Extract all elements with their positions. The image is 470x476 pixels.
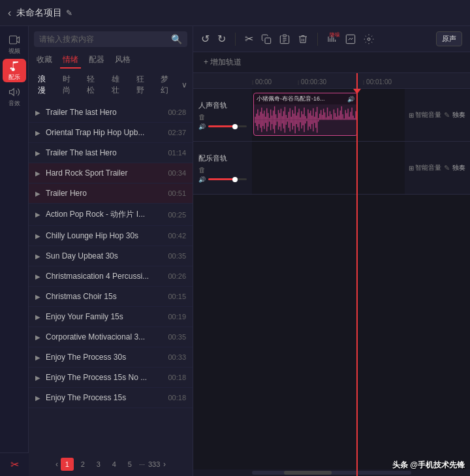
tab-favorites[interactable]: 收藏	[34, 52, 55, 69]
play-button[interactable]: ▶	[35, 109, 40, 116]
music-duration: 01:14	[168, 149, 186, 157]
music-title: Trailer Hero	[46, 189, 165, 198]
chart-button[interactable]	[345, 34, 356, 44]
music-duration: 00:42	[168, 232, 186, 240]
subtab-fashion[interactable]: 时尚	[59, 72, 80, 97]
scroll-thumb[interactable]	[284, 471, 332, 475]
music-list-item[interactable]: ▶ Enjoy Your Family 15s 00:19	[29, 307, 193, 327]
subtab-romantic[interactable]: 浪漫	[34, 72, 55, 97]
play-button[interactable]: ▶	[35, 313, 40, 321]
music-volume-icon[interactable]: 🔊	[198, 176, 206, 183]
play-button[interactable]: ▶	[35, 293, 40, 300]
voice-volume-slider[interactable]	[208, 125, 247, 127]
audio-bars-button[interactable]: 降噪	[327, 34, 337, 44]
music-list-item[interactable]: ▶ Chilly Lounge Hip Hop 30s 00:42	[29, 226, 193, 246]
page-333-button[interactable]: 333	[148, 458, 161, 471]
page-2-button[interactable]: 2	[76, 458, 89, 471]
sidebar-item-music[interactable]: 配乐	[3, 59, 26, 82]
page-1-button[interactable]: 1	[61, 458, 74, 471]
music-solo-btn[interactable]: 独奏	[452, 163, 465, 172]
copy-button[interactable]	[261, 34, 272, 44]
svg-rect-0	[9, 36, 16, 44]
tab-mood[interactable]: 情绪	[60, 52, 81, 69]
music-list-item[interactable]: ▶ Enjoy The Process 30s 00:33	[29, 347, 193, 368]
tab-style[interactable]: 风格	[112, 52, 133, 69]
page-5-button[interactable]: 5	[123, 458, 136, 471]
music-list-item[interactable]: ▶ Trailer The last Hero 00:28	[29, 103, 193, 123]
scissors-icon-area[interactable]: ✂	[0, 452, 29, 476]
play-button[interactable]: ▶	[35, 253, 40, 260]
music-list-item[interactable]: ▶ Christmas Choir 15s 00:15	[29, 287, 193, 307]
music-title: Trailer The last Hero	[46, 148, 165, 157]
page-prev-button[interactable]: ‹	[55, 460, 58, 469]
back-button[interactable]: ‹	[8, 7, 11, 19]
music-list-item[interactable]: ▶ Oriental Trap Hip Hop Upb... 02:37	[29, 123, 193, 143]
page-3-button[interactable]: 3	[92, 458, 105, 471]
subtab-more-icon[interactable]: ∨	[181, 80, 187, 89]
subtab-heroic[interactable]: 雄壮	[108, 72, 129, 97]
music-track-content[interactable]	[252, 142, 405, 194]
voice-track-content[interactable]: 小猪佩奇-布谷鸟配音-16... 🔊	[252, 89, 405, 141]
voice-slider-thumb[interactable]	[232, 124, 238, 129]
play-button[interactable]: ▶	[35, 150, 40, 157]
sidebar-item-video[interactable]: 视频	[3, 33, 26, 56]
cut-button[interactable]: ✂	[245, 33, 253, 45]
undo-button[interactable]: ↺	[201, 33, 210, 45]
scroll-track	[252, 471, 411, 475]
music-list-item[interactable]: ▶ Corporative Motivacional 3... 00:35	[29, 327, 193, 347]
delete-button[interactable]	[298, 34, 308, 44]
search-input[interactable]	[39, 35, 171, 44]
subtab-relaxed[interactable]: 轻松	[83, 72, 104, 97]
toolbar-separator-1	[235, 33, 236, 46]
music-list-item[interactable]: ▶ Enjoy The Process 15s No ... 00:18	[29, 368, 193, 388]
redo-button[interactable]: ↻	[217, 33, 226, 45]
play-button[interactable]: ▶	[35, 334, 40, 341]
music-duration: 00:25	[168, 211, 186, 219]
paste-button[interactable]	[279, 34, 290, 44]
music-list-item[interactable]: ▶ Christmasication 4 Percussi... 00:26	[29, 266, 193, 287]
voice-smart-volume-btn[interactable]: ⊞ 智能音量	[409, 110, 441, 119]
settings-button[interactable]	[364, 34, 374, 44]
voice-track-delete-icon[interactable]: 🗑	[198, 113, 206, 121]
add-track-button[interactable]: + 增加轨道	[204, 57, 242, 68]
music-slider-fill	[208, 178, 235, 180]
music-smart-volume-btn[interactable]: ⊞ 智能音量	[409, 163, 441, 172]
voice-track-slider-row: 🔊	[198, 123, 247, 130]
play-button[interactable]: ▶	[35, 170, 40, 177]
subtab-wild[interactable]: 狂野	[133, 72, 153, 97]
music-list-item[interactable]: ▶ Trailer The last Hero 01:14	[29, 143, 193, 163]
play-button[interactable]: ▶	[35, 354, 40, 361]
play-button[interactable]: ▶	[35, 394, 40, 402]
music-title: Hard Rock Sport Trailer	[46, 168, 165, 178]
music-track-row: 配乐音轨 🗑 🔊	[193, 142, 470, 195]
sidebar-item-audio[interactable]: 音效	[3, 85, 26, 108]
voice-solo-btn[interactable]: 独奏	[452, 110, 465, 119]
music-slider-thumb[interactable]	[232, 177, 238, 182]
music-duration: 00:34	[168, 169, 186, 177]
tab-instrument[interactable]: 配器	[86, 52, 107, 69]
play-button[interactable]: ▶	[35, 211, 40, 218]
edit-icon[interactable]: ✎	[66, 8, 72, 18]
play-button[interactable]: ▶	[35, 273, 40, 280]
voice-volume-icon[interactable]: 🔊	[198, 123, 206, 130]
music-list-item[interactable]: ▶ Trailer Hero 00:51	[29, 183, 193, 204]
music-track-delete-icon[interactable]: 🗑	[198, 166, 206, 174]
play-button[interactable]: ▶	[35, 232, 40, 240]
search-icon[interactable]: 🔍	[171, 34, 182, 44]
music-list-item[interactable]: ▶ Enjoy The Process 15s 00:18	[29, 388, 193, 408]
page-4-button[interactable]: 4	[108, 458, 121, 471]
voice-button[interactable]: 原声	[436, 31, 462, 46]
play-button[interactable]: ▶	[35, 374, 40, 381]
music-list-item[interactable]: ▶ Sun Day Upbeat 30s 00:35	[29, 246, 193, 266]
play-button[interactable]: ▶	[35, 190, 40, 197]
music-list-item[interactable]: ▶ Hard Rock Sport Trailer 00:34	[29, 163, 193, 183]
voice-smart-icon: ⊞	[409, 112, 414, 119]
timeline-ruler: 00:00 00:00:30 00:01:00	[193, 73, 470, 89]
music-volume-slider[interactable]	[208, 178, 247, 180]
voice-waveform-clip[interactable]: 小猪佩奇-布谷鸟配音-16... 🔊	[253, 93, 358, 136]
subtab-dreamy[interactable]: 梦幻	[157, 72, 178, 97]
play-button[interactable]: ▶	[35, 129, 40, 136]
scissors-icon[interactable]: ✂	[10, 458, 19, 471]
music-list-item[interactable]: ▶ Action Pop Rock - 动作片 I... 00:25	[29, 204, 193, 226]
page-next-button[interactable]: ›	[163, 460, 166, 469]
